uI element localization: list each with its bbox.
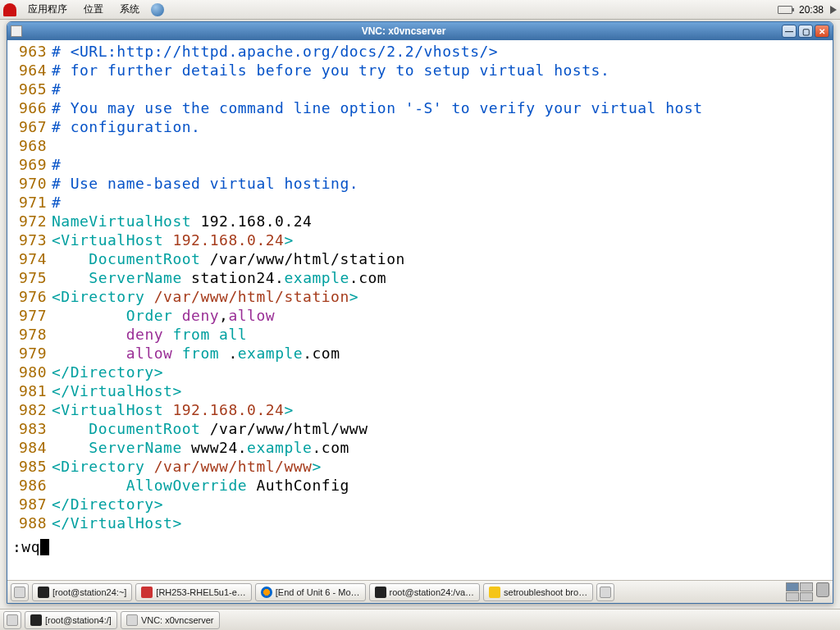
code-token: .com (312, 439, 349, 456)
clock[interactable]: 20:38 (799, 4, 824, 16)
editor-line: 970# Use name-based virtual hosting. (12, 174, 833, 193)
editor-line: 984 ServerName www24.example.com (12, 438, 833, 457)
code-token: # You may use the command line option '-… (52, 99, 703, 116)
host-top-panel: 应用程序 位置 系统 20:38 (0, 0, 840, 20)
line-number: 964 (12, 61, 47, 80)
code-token: allow (126, 345, 173, 362)
code-token (52, 250, 89, 267)
editor-line: 985<Directory /var/www/html/www> (12, 457, 833, 476)
host-taskbar: [root@station4:/]VNC: x0vncserver (0, 609, 840, 630)
taskbar-item-label: VNC: x0vncserver (141, 615, 214, 625)
editor-line: 966# You may use the command line option… (12, 98, 833, 117)
editor-line: 987</Directory> (12, 495, 833, 514)
editor-line: 972NameVirtualHost 192.168.0.24 (12, 212, 833, 231)
desk-icon (126, 614, 138, 626)
code-token: example (238, 345, 303, 362)
editor-line: 974 DocumentRoot /var/www/html/station (12, 249, 833, 268)
code-token (172, 307, 181, 324)
line-number: 976 (12, 287, 47, 306)
host-menu-system[interactable]: 系统 (115, 1, 144, 18)
taskbar-item[interactable] (3, 611, 21, 629)
desk-icon (600, 587, 611, 598)
code-token: </VirtualHost> (52, 382, 182, 399)
taskbar-item[interactable]: setroubleshoot bro… (483, 583, 593, 601)
taskbar-item[interactable] (11, 583, 29, 601)
vim-editor[interactable]: 963# <URL:http://httpd.apache.org/docs/2… (7, 40, 833, 580)
titlebar[interactable]: VNC: x0vncserver — ▢ ✕ (7, 22, 833, 40)
desk-icon (14, 587, 25, 598)
editor-line: 981</VirtualHost> (12, 381, 833, 400)
line-number: 974 (12, 249, 47, 268)
trash-icon[interactable] (816, 582, 829, 597)
taskbar-item[interactable]: VNC: x0vncserver (121, 611, 220, 629)
term-icon (38, 587, 49, 598)
taskbar-item-label: root@station24:/va… (390, 587, 475, 597)
line-number: 985 (12, 457, 47, 476)
code-token: .com (349, 269, 386, 286)
code-token: </Directory> (52, 495, 163, 513)
line-number: 970 (12, 174, 47, 193)
vim-command-line[interactable]: :wq (7, 537, 833, 556)
taskbar-item-label: [root@station24:~] (52, 587, 126, 597)
distro-icon[interactable] (3, 3, 16, 16)
line-number: 983 (12, 419, 47, 438)
term-icon (30, 614, 42, 626)
code-token: > (284, 401, 293, 418)
taskbar-item[interactable]: [root@station4:/] (25, 611, 117, 629)
code-token: # (52, 194, 61, 211)
taskbar-item-label: [RH253-RHEL5u1-e… (156, 587, 245, 597)
code-token (52, 420, 89, 437)
battery-icon[interactable] (778, 6, 792, 14)
taskbar-item[interactable]: [RH253-RHEL5u1-e… (135, 583, 251, 601)
taskbar-item[interactable]: root@station24:/va… (369, 583, 481, 601)
close-button[interactable]: ✕ (815, 25, 829, 38)
code-token: /var/www/html/station (200, 250, 404, 267)
code-token: , (219, 307, 228, 324)
code-token: # Use name-based virtual hosting. (52, 175, 358, 192)
taskbar-item[interactable]: [root@station24:~] (32, 583, 132, 601)
maximize-button[interactable]: ▢ (798, 25, 813, 38)
code-token: DocumentRoot (89, 420, 200, 437)
code-token (52, 345, 126, 362)
line-number: 967 (12, 117, 47, 136)
window-icon (11, 25, 22, 37)
code-token (172, 345, 181, 362)
editor-line: 982<VirtualHost 192.168.0.24> (12, 400, 833, 419)
code-token: > (284, 231, 293, 249)
editor-line: 973<VirtualHost 192.168.0.24> (12, 231, 833, 249)
speaker-icon[interactable] (830, 6, 837, 14)
editor-line: 986 AllowOverride AuthConfig (12, 476, 833, 495)
code-token: deny (182, 307, 219, 324)
editor-text-area[interactable]: 963# <URL:http://httpd.apache.org/docs/2… (7, 40, 833, 537)
taskbar-item[interactable]: [End of Unit 6 - Mo… (255, 583, 366, 601)
editor-line: 968 (12, 136, 833, 155)
code-token: 192.168.0.24 (172, 231, 284, 249)
code-token: from (182, 345, 219, 362)
pdf-icon (141, 587, 153, 598)
globe-icon[interactable] (151, 3, 164, 16)
line-number: 965 (12, 80, 47, 98)
ff-icon (261, 587, 272, 598)
editor-line: 988</VirtualHost> (12, 514, 833, 532)
taskbar-item-label: [End of Unit 6 - Mo… (276, 587, 360, 597)
code-token: from (172, 326, 209, 343)
code-token: > (349, 288, 358, 305)
workspace-switcher[interactable] (786, 582, 813, 601)
host-menu-places[interactable]: 位置 (79, 1, 108, 18)
editor-line: 977 Order deny,allow (12, 306, 833, 325)
minimize-button[interactable]: — (782, 25, 797, 38)
code-token: AuthConfig (247, 477, 349, 494)
guest-taskbar: [root@station24:~][RH253-RHEL5u1-e…[End … (7, 580, 833, 603)
host-menu-apps[interactable]: 应用程序 (23, 1, 72, 18)
code-token: all (219, 326, 247, 343)
code-token (210, 326, 219, 343)
taskbar-item[interactable] (596, 583, 614, 601)
code-token: ServerName (89, 269, 181, 286)
code-token: Order (126, 307, 173, 324)
code-token: </Directory> (52, 363, 163, 381)
taskbar-item-label: [root@station4:/] (45, 615, 112, 625)
code-token (52, 477, 126, 494)
code-token: # configuration. (52, 118, 200, 135)
vim-command-text: :wq (12, 538, 40, 555)
code-token: www24. (182, 439, 247, 456)
